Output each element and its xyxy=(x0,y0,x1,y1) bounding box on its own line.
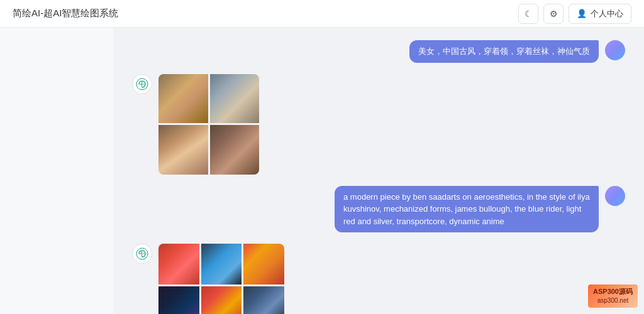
user-center-label: 个人中心 xyxy=(591,8,623,19)
user-center-button[interactable]: 👤 个人中心 xyxy=(569,4,631,24)
message-row-3: a modern piece by ben saadarts on aeroes… xyxy=(132,186,625,233)
message-row-1: 美女，中国古风，穿着领，穿着丝袜，神仙气质 xyxy=(132,40,625,63)
generated-image-8 xyxy=(158,286,199,314)
bot-image-grid-2 xyxy=(158,244,284,314)
settings-button[interactable]: ⚙ xyxy=(543,4,564,24)
watermark-line1: ASP300源码 xyxy=(593,287,633,296)
sidebar xyxy=(0,28,113,314)
app-title: 简绘AI-超AI智慧绘图系统 xyxy=(13,8,118,19)
generated-image-4 xyxy=(210,125,260,175)
generated-image-6 xyxy=(201,244,242,284)
generated-image-9 xyxy=(201,286,242,314)
user-bubble-2: a modern piece by ben saadarts on aeroes… xyxy=(335,186,599,233)
user-bubble-1: 美女，中国古风，穿着领，穿着丝袜，神仙气质 xyxy=(409,40,599,63)
user-avatar-2 xyxy=(605,186,625,206)
message-row-2 xyxy=(132,74,625,175)
app-header: 简绘AI-超AI智慧绘图系统 ☾ ⚙ 👤 个人中心 xyxy=(0,0,644,28)
generated-image-5 xyxy=(158,244,199,284)
generated-image-7 xyxy=(243,244,284,284)
bot-avatar-2 xyxy=(132,244,152,264)
bot-image-grid-1 xyxy=(158,74,259,175)
generated-image-3 xyxy=(158,125,208,175)
chat-area[interactable]: 美女，中国古风，穿着领，穿着丝袜，神仙气质 a moder xyxy=(113,28,644,314)
generated-image-10 xyxy=(243,286,284,314)
bot-avatar-1 xyxy=(132,74,152,94)
watermark-line2: asp300.net xyxy=(593,296,633,305)
watermark: ASP300源码 asp300.net xyxy=(588,284,638,308)
dark-mode-button[interactable]: ☾ xyxy=(518,4,538,24)
user-icon: 👤 xyxy=(577,9,587,18)
generated-image-2 xyxy=(210,74,260,124)
user-avatar-1 xyxy=(605,40,625,60)
main-layout: 美女，中国古风，穿着领，穿着丝袜，神仙气质 a moder xyxy=(0,28,644,314)
message-row-4 xyxy=(132,244,625,314)
generated-image-1 xyxy=(158,74,208,124)
header-actions: ☾ ⚙ 👤 个人中心 xyxy=(518,4,631,24)
